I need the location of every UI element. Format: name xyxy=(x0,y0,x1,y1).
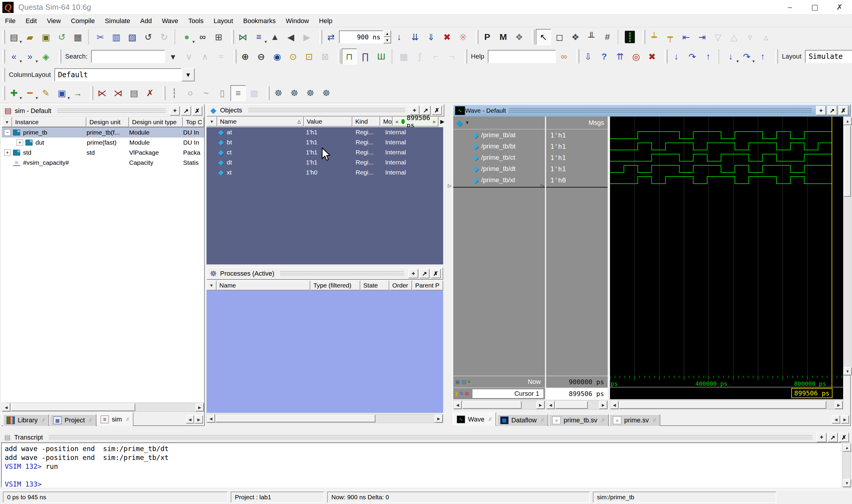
tree-expander[interactable]: − xyxy=(4,129,11,136)
add-button[interactable]: + xyxy=(816,433,827,442)
search-options-button[interactable]: ≈ xyxy=(213,49,229,65)
zoom-cursor-button[interactable]: ⊙ xyxy=(286,49,301,65)
save-button[interactable]: ▣ xyxy=(38,29,54,45)
back-button[interactable]: ◀ xyxy=(283,29,298,45)
tab-close-icon[interactable]: ✗ xyxy=(88,417,93,424)
find-next-falling-edge-button[interactable]: △ xyxy=(726,29,742,45)
undock-button[interactable]: ↗ xyxy=(828,433,838,442)
pattern-counter-button[interactable]: ∫ xyxy=(412,49,428,65)
wave-signal-value-row[interactable]: 1'h0 xyxy=(546,175,608,186)
close-button[interactable]: ✗ xyxy=(839,433,849,442)
language-templates-button[interactable]: ? xyxy=(596,49,612,65)
column-header-top-c[interactable]: Top C xyxy=(183,117,204,127)
menu-edit[interactable]: Edit xyxy=(20,15,42,27)
filter-icon[interactable]: ▼ xyxy=(206,281,217,290)
scroll-left-arrow[interactable]: ◀ xyxy=(454,401,462,409)
scroll-left-arrow[interactable]: ◀ xyxy=(2,403,10,411)
cursor-mode-button[interactable]: ╨ xyxy=(584,29,599,45)
insert-time-range-button[interactable]: ▤ xyxy=(126,85,142,101)
wave-signal-row[interactable]: ◆/prime_tb/xt xyxy=(453,175,545,186)
table-row[interactable]: +dutprime(fast)ModuleDU In xyxy=(2,138,204,148)
tab-close-icon[interactable]: ✗ xyxy=(540,417,545,424)
menu-file[interactable]: File xyxy=(0,15,20,27)
cursor-time[interactable]: 899506 ps xyxy=(546,390,608,397)
export-wave-button[interactable]: → xyxy=(70,85,86,101)
zoom-mode-toggle-button[interactable]: ⊠ xyxy=(318,49,333,65)
tab-close-icon[interactable]: ✗ xyxy=(652,417,657,424)
wave-signal-row[interactable]: ◆/prime_tb/at xyxy=(453,129,545,141)
zoom-full-button[interactable]: ◉ xyxy=(270,49,285,65)
sim-panel-header[interactable]: ▤ sim - Default +↗✗ xyxy=(2,105,204,117)
pattern-step-down-button[interactable]: ¬ xyxy=(444,49,459,65)
goto-next-button[interactable]: ↓▾ xyxy=(723,49,738,65)
insert-cursor-button[interactable]: ┷ xyxy=(647,29,662,45)
transcript-grip[interactable] xyxy=(49,435,812,440)
tree-expander[interactable]: + xyxy=(17,139,23,146)
continue-run-button[interactable]: ⇓ xyxy=(423,29,439,45)
transcript-log[interactable]: add wave -position end sim:/prime_tb/dta… xyxy=(1,443,841,487)
insert-clock-button[interactable]: ∏ xyxy=(358,49,373,65)
maximize-button[interactable]: ▢ xyxy=(802,0,827,15)
compile-order-button[interactable]: ⇩ xyxy=(580,49,596,65)
wave-signal-value-row[interactable]: 1'h1 xyxy=(546,163,608,175)
tab-close-icon[interactable]: ✗ xyxy=(488,416,492,423)
tab-wave[interactable]: ∿Wave✗ xyxy=(453,412,496,426)
next-transition-button[interactable]: ⇥ xyxy=(694,29,710,45)
edit-mode-button[interactable]: # xyxy=(600,29,615,45)
column-header-state[interactable]: State xyxy=(360,281,389,290)
expanded-time-on-button[interactable]: ☸ xyxy=(303,85,318,101)
scroll-up-arrow[interactable]: ▲ xyxy=(844,117,852,125)
find-previous-rising-edge-button[interactable]: ▿ xyxy=(742,29,758,45)
close-file-button[interactable]: ✖ xyxy=(644,49,660,65)
save-wave-format-button[interactable]: ▣▾ xyxy=(54,85,70,101)
add-group-button[interactable]: ◈ xyxy=(38,49,54,65)
snap-marker-button[interactable]: ┆ xyxy=(166,85,182,101)
cut-button[interactable]: ✂ xyxy=(93,29,108,45)
scroll-left-arrow[interactable]: ◀ xyxy=(546,401,555,409)
run-length-field[interactable] xyxy=(339,31,383,43)
reload-button[interactable]: ↺ xyxy=(54,29,70,45)
run-length-spinner[interactable]: ▲▼ xyxy=(383,31,391,43)
select-mode-button[interactable]: ↖ xyxy=(536,29,551,45)
profile-performance-button[interactable]: P xyxy=(479,29,495,45)
scroll-thumb[interactable] xyxy=(844,126,851,197)
bookmark-down-button[interactable]: ↓ xyxy=(669,49,684,65)
table-row[interactable]: +stdstdVlPackagePacka xyxy=(2,148,204,158)
bookmark-cycle-button[interactable]: ↷ xyxy=(685,49,700,65)
menu-bookmarks[interactable]: Bookmarks xyxy=(238,15,281,27)
filter-icon[interactable]: ▼ xyxy=(2,117,12,127)
wave-canvas[interactable] xyxy=(610,116,843,376)
undock-button[interactable]: ↗ xyxy=(827,106,837,115)
wave-panel-grip[interactable] xyxy=(509,108,812,113)
column-header-mo[interactable]: Mo xyxy=(380,116,392,127)
lock-cursor-icon[interactable]: ▮ xyxy=(455,391,458,397)
compile-all-button[interactable]: ●▾ xyxy=(179,29,194,45)
open-button[interactable]: ▰ xyxy=(22,29,38,45)
expand-all-icon[interactable]: ▣ xyxy=(455,379,460,385)
column-header-instance[interactable]: Instance xyxy=(12,117,86,127)
add-button[interactable]: + xyxy=(408,269,418,278)
close-button[interactable]: ✗ xyxy=(192,106,202,116)
processes-list[interactable] xyxy=(206,290,443,413)
column-header-name[interactable]: Name△ xyxy=(217,116,304,127)
copy-button[interactable]: ▥ xyxy=(109,29,124,45)
sim-panel-grip[interactable] xyxy=(57,109,166,113)
table-row[interactable]: ◆bt1'h1Regi...Internal xyxy=(206,137,443,147)
objects-panel-grip[interactable] xyxy=(248,108,405,113)
column-header-value[interactable]: Value xyxy=(304,116,352,127)
marker-wave-button[interactable]: ~ xyxy=(199,85,214,101)
wave-names-scrollbar[interactable]: ◀ ▶ xyxy=(453,400,545,409)
wave-signal-row[interactable]: ◆/prime_tb/ct xyxy=(453,152,545,163)
print-button[interactable]: ▦ xyxy=(70,29,86,45)
redo-button[interactable]: ↻ xyxy=(157,29,172,45)
restart-button[interactable]: ⇄ xyxy=(323,29,339,45)
wave-signal-row[interactable]: ◆/prime_tb/bt xyxy=(453,141,545,152)
layout-combo[interactable]: Simulate▼ xyxy=(805,50,852,63)
cursor-time-flag[interactable]: 899506 ps xyxy=(791,388,833,398)
callstack-button[interactable]: ≡▾ xyxy=(251,29,267,45)
expanded-time-deltas-button[interactable]: ☸ xyxy=(271,85,286,101)
wave-signal-value-row[interactable]: 1'h1 xyxy=(546,129,608,141)
forward-button[interactable]: ▶ xyxy=(299,29,314,45)
scroll-down-arrow[interactable]: ▼ xyxy=(844,367,852,375)
tab-project[interactable]: ▦Project✗ xyxy=(50,414,96,426)
